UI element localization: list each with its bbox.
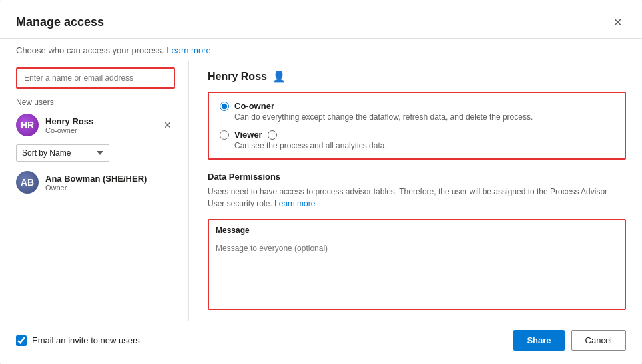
new-users-label: New users [16, 98, 175, 107]
data-permissions-body: Users need to have access to process adv… [208, 187, 607, 208]
message-section: Message [208, 219, 626, 310]
radio-option-coowner: Co-owner Can do everything except change… [220, 101, 614, 122]
message-box: Message [208, 219, 626, 310]
viewer-label[interactable]: Viewer [234, 130, 262, 140]
coowner-desc: Can do everything except change the data… [234, 112, 614, 122]
learn-more-link[interactable]: Learn more [166, 45, 210, 55]
dialog-header: Manage access ✕ [0, 0, 642, 39]
permissions-box: Co-owner Can do everything except change… [208, 92, 626, 160]
email-invite-checkbox[interactable] [16, 335, 27, 346]
dialog-footer: Email an invite to new users Share Cance… [0, 321, 642, 364]
footer-buttons: Share Cancel [513, 330, 626, 351]
data-permissions-title: Data Permissions [208, 172, 626, 182]
dialog-body: New users HR Henry Ross Co-owner ✕ Sort … [0, 61, 642, 321]
dialog-title: Manage access [16, 15, 104, 29]
data-permissions-section: Data Permissions Users need to have acce… [208, 172, 626, 210]
user-name-ana: Ana Bowman (SHE/HER) [45, 174, 175, 184]
radio-option-viewer: Viewer i Can see the process and all ana… [220, 130, 614, 150]
right-panel: Henry Ross 👤 Co-owner Can do everything … [189, 61, 626, 321]
user-item-ana: AB Ana Bowman (SHE/HER) Owner [16, 171, 175, 194]
data-permissions-learn-more[interactable]: Learn more [274, 199, 315, 208]
viewer-label-row: Viewer i [220, 130, 614, 140]
coowner-radio[interactable] [220, 102, 229, 111]
avatar-ana: AB [16, 171, 39, 194]
email-invite-row: Email an invite to new users [16, 335, 140, 346]
user-info-ana: Ana Bowman (SHE/HER) Owner [45, 174, 175, 192]
viewer-info-icon[interactable]: i [268, 130, 277, 140]
left-panel: New users HR Henry Ross Co-owner ✕ Sort … [16, 61, 189, 321]
cancel-button[interactable]: Cancel [571, 330, 626, 351]
user-name-henry: Henry Ross [45, 116, 175, 126]
viewer-radio[interactable] [220, 130, 229, 140]
avatar-henry: HR [16, 114, 39, 136]
user-item-henry: HR Henry Ross Co-owner ✕ [16, 114, 175, 136]
data-permissions-text: Users need to have access to process adv… [208, 186, 626, 210]
right-user-name: Henry Ross [208, 71, 267, 83]
user-role-ana: Owner [45, 184, 175, 192]
close-button[interactable]: ✕ [609, 13, 626, 31]
sort-select[interactable]: Sort by Name Sort by Role [16, 144, 109, 162]
avatar-initials-ana: AB [21, 177, 34, 188]
message-textarea[interactable] [209, 238, 625, 309]
subtitle-text: Choose who can access your process. [16, 45, 164, 55]
dialog-subtitle: Choose who can access your process. Lear… [0, 39, 642, 61]
right-user-header: Henry Ross 👤 [208, 70, 626, 83]
coowner-label-row: Co-owner [220, 101, 614, 111]
avatar-initials-henry: HR [21, 120, 34, 130]
user-info-henry: Henry Ross Co-owner [45, 116, 175, 134]
coowner-label[interactable]: Co-owner [234, 101, 274, 111]
remove-henry-button[interactable]: ✕ [160, 118, 175, 132]
person-icon: 👤 [272, 70, 286, 83]
share-button[interactable]: Share [513, 330, 564, 351]
search-input[interactable] [16, 67, 175, 89]
manage-access-dialog: Manage access ✕ Choose who can access yo… [0, 0, 642, 364]
user-role-henry: Co-owner [45, 126, 175, 134]
viewer-desc: Can see the process and all analytics da… [234, 141, 614, 150]
message-box-label: Message [209, 220, 625, 238]
email-invite-label[interactable]: Email an invite to new users [32, 335, 140, 345]
